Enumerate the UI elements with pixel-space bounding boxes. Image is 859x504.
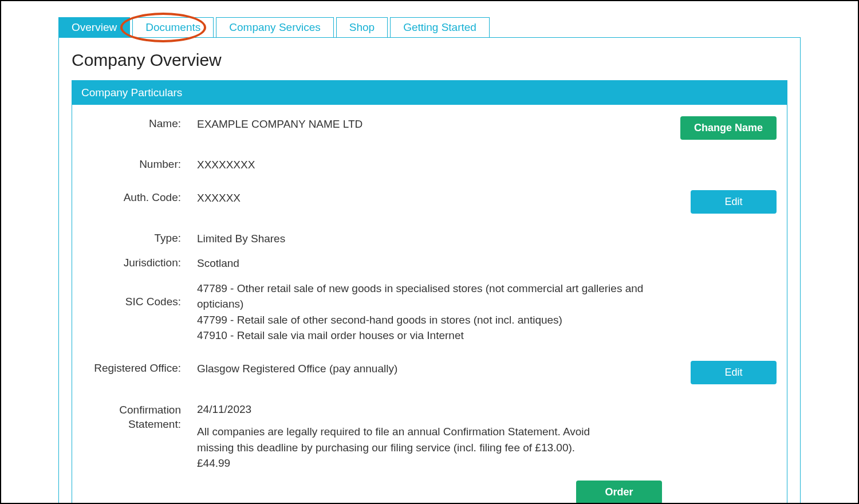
sic-code-line: 47799 - Retail sale of other second-hand… — [197, 312, 679, 328]
row-sic-codes: SIC Codes: 47789 - Other retail sale of … — [82, 281, 777, 344]
label-type: Type: — [82, 231, 197, 245]
label-number: Number: — [82, 157, 197, 171]
sic-code-line: 47910 - Retail sale via mail order house… — [197, 328, 679, 344]
value-jurisdiction: Scotland — [197, 255, 679, 271]
tab-getting-started[interactable]: Getting Started — [390, 17, 490, 38]
row-registered-office: Registered Office: Glasgow Registered Of… — [82, 361, 777, 384]
label-sic-codes: SIC Codes: — [82, 281, 197, 308]
row-confirmation-statement: Confirmation Statement: 24/11/2023 All c… — [82, 401, 777, 471]
label-name: Name: — [82, 116, 197, 130]
change-name-button[interactable]: Change Name — [680, 116, 777, 140]
value-registered-office: Glasgow Registered Office (pay annually) — [197, 361, 679, 377]
label-registered-office: Registered Office: — [82, 361, 197, 375]
confirmation-date: 24/11/2023 — [197, 401, 679, 418]
label-confirmation-statement: Confirmation Statement: — [82, 401, 197, 432]
row-name: Name: EXAMPLE COMPANY NAME LTD Change Na… — [82, 116, 777, 140]
company-particulars-panel: Company Particulars Name: EXAMPLE COMPAN… — [72, 80, 787, 504]
value-type: Limited By Shares — [197, 231, 679, 247]
row-type: Type: Limited By Shares — [82, 231, 777, 247]
value-number: XXXXXXXX — [197, 157, 679, 173]
label-jurisdiction: Jurisdiction: — [82, 255, 197, 269]
row-jurisdiction: Jurisdiction: Scotland — [82, 255, 777, 271]
tab-documents[interactable]: Documents — [132, 17, 214, 38]
page-title: Company Overview — [72, 50, 787, 70]
edit-registered-office-button[interactable]: Edit — [691, 361, 777, 384]
value-name: EXAMPLE COMPANY NAME LTD — [197, 116, 679, 132]
tab-bar: Overview Documents Company Services Shop… — [58, 17, 801, 38]
tab-shop[interactable]: Shop — [336, 17, 388, 38]
content-frame: Company Overview Company Particulars Nam… — [58, 37, 801, 504]
value-sic-codes: 47789 - Other retail sale of new goods i… — [197, 281, 679, 344]
order-button[interactable]: Order — [576, 481, 662, 504]
confirmation-price: £44.99 — [197, 455, 679, 471]
tab-company-services[interactable]: Company Services — [216, 17, 333, 38]
sic-code-line: 47789 - Other retail sale of new goods i… — [197, 281, 679, 312]
confirmation-text: All companies are legally required to fi… — [197, 424, 598, 455]
label-auth-code: Auth. Code: — [82, 190, 197, 204]
tab-overview[interactable]: Overview — [58, 17, 130, 38]
row-number: Number: XXXXXXXX — [82, 157, 777, 173]
edit-auth-code-button[interactable]: Edit — [691, 190, 777, 214]
panel-header: Company Particulars — [72, 81, 787, 105]
value-auth-code: XXXXXX — [197, 190, 679, 206]
value-confirmation-statement: 24/11/2023 All companies are legally req… — [197, 401, 679, 471]
row-auth-code: Auth. Code: XXXXXX Edit — [82, 190, 777, 214]
